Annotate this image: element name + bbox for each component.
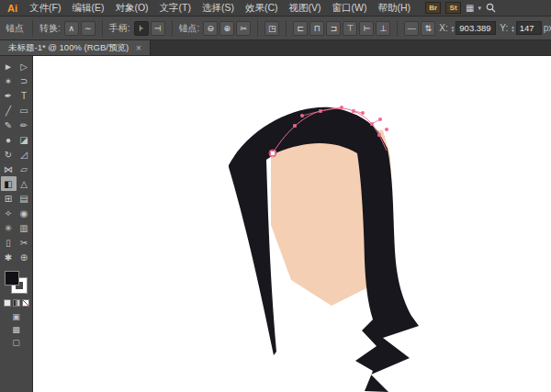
hide-handles-button[interactable]: ⊣ — [151, 21, 165, 36]
stroke-style-button[interactable]: — — [404, 21, 419, 36]
control-group: 手柄:⊦⊣ — [109, 21, 165, 36]
close-icon[interactable]: × — [136, 43, 141, 53]
x-input[interactable]: 903.389 — [455, 21, 496, 35]
menu-item[interactable]: 文字(T) — [154, 2, 197, 15]
anchor-point-selected[interactable] — [271, 151, 276, 156]
fill-swatch[interactable] — [5, 271, 19, 286]
stock-icon[interactable]: St — [445, 2, 461, 14]
control-label: 锚点: — [179, 22, 200, 35]
menu-item[interactable]: 帮助(H) — [373, 2, 417, 15]
menu-item[interactable]: 选择(S) — [197, 2, 240, 15]
symbol-sprayer-tool[interactable]: ✳ — [1, 220, 17, 235]
anchor-point[interactable] — [293, 124, 297, 128]
screen-mode-icon[interactable]: ▢ — [12, 338, 20, 347]
menu-bar: Ai 文件(F)编辑(E)对象(O)文字(T)选择(S)效果(C)视图(V)窗口… — [0, 0, 551, 17]
menu-item[interactable]: 窗口(W) — [327, 2, 373, 15]
control-group: 锚点 — [6, 22, 26, 35]
cut-path-button[interactable]: ✂ — [236, 21, 251, 36]
y-coordinate-field: Y: ▴▾ 147 px — [500, 21, 551, 35]
gradient-button[interactable] — [13, 299, 20, 307]
anchor-point[interactable] — [377, 133, 381, 137]
bridge-icon[interactable]: Br — [425, 2, 441, 14]
app-logo[interactable]: Ai — [4, 3, 24, 14]
separator — [172, 20, 173, 37]
none-button[interactable] — [22, 299, 29, 307]
menu-item[interactable]: 编辑(E) — [66, 2, 109, 15]
gradient-tool[interactable]: ▤ — [17, 191, 32, 206]
anchor-point[interactable] — [319, 109, 322, 113]
fill-stroke-swatches — [5, 271, 28, 295]
unit-label: px — [544, 23, 551, 33]
artboard-tool[interactable]: ▯ — [1, 235, 17, 250]
hand-tool[interactable]: ✱ — [1, 250, 17, 264]
eyedropper-tool[interactable]: ✧ — [1, 206, 17, 220]
perspective-grid-tool[interactable]: △ — [17, 176, 32, 191]
convert-to-smooth-button[interactable]: ∼ — [81, 21, 96, 36]
rotate-tool[interactable]: ↻ — [1, 147, 17, 162]
x-stepper[interactable]: ▴▾ — [452, 25, 455, 32]
bezier-handle-dot[interactable] — [300, 114, 304, 118]
bezier-handle-dot[interactable] — [385, 128, 388, 131]
align-top-button[interactable]: ⊤ — [343, 21, 357, 36]
remove-anchor-button[interactable]: ⊖ — [203, 21, 218, 36]
pen-tool[interactable]: ✒ — [1, 88, 17, 103]
rectangle-tool[interactable]: ▭ — [17, 103, 32, 118]
shape-builder-tool[interactable]: ◧ — [1, 176, 17, 191]
color-button[interactable] — [4, 299, 11, 307]
constrain-proportions-button[interactable]: ⇅ — [421, 21, 435, 36]
document-title: 未标题-1* @ 100% (RGB/预览) — [8, 42, 129, 54]
draw-behind-icon[interactable]: ▩ — [12, 325, 20, 334]
bezier-handle-dot[interactable] — [340, 106, 343, 109]
scale-tool[interactable]: ◿ — [17, 147, 32, 162]
anchor-point[interactable] — [352, 109, 355, 113]
column-graph-tool[interactable]: ▥ — [17, 220, 32, 235]
blob-brush-tool[interactable]: ● — [1, 132, 17, 147]
document-tab-bar: 未标题-1* @ 100% (RGB/预览) × — [0, 40, 551, 56]
control-group: ◳ — [264, 21, 279, 36]
document-tab[interactable]: 未标题-1* @ 100% (RGB/预览) × — [0, 40, 151, 55]
convert-to-corner-button[interactable]: ∧ — [64, 21, 79, 36]
bezier-handle-dot[interactable] — [361, 111, 365, 115]
menu-item[interactable]: 视图(V) — [284, 2, 327, 15]
anchor-point[interactable] — [370, 122, 374, 126]
align-v-center-button[interactable]: ⊢ — [359, 21, 374, 36]
draw-normal-icon[interactable]: ▣ — [12, 312, 20, 321]
x-coordinate-field: X: ▴▾ 903.389 — [439, 21, 496, 35]
chevron-down-icon[interactable]: ▾ — [478, 5, 482, 12]
selection-tool[interactable]: ► — [1, 59, 17, 73]
add-anchor-button[interactable]: ⊕ — [219, 21, 234, 36]
direct-selection-tool[interactable]: ▷ — [17, 59, 32, 73]
paintbrush-tool[interactable]: ✎ — [1, 118, 17, 132]
line-segment-tool[interactable]: ╱ — [1, 103, 17, 118]
control-bar: 锚点转换:∧∼手柄:⊦⊣锚点:⊖⊕✂◳⊏⊓⊐⊤⊢⊥—⇅ X: ▴▾ 903.38… — [0, 17, 551, 40]
lasso-tool[interactable]: ⊃ — [17, 73, 32, 88]
bezier-handle-dot[interactable] — [378, 118, 382, 121]
zoom-tool[interactable]: ⊕ — [17, 250, 32, 264]
y-input[interactable]: 147 — [516, 21, 542, 35]
slice-tool[interactable]: ✂ — [17, 235, 32, 250]
width-tool[interactable]: ⋈ — [1, 162, 17, 176]
type-tool[interactable]: T — [17, 88, 32, 103]
control-label: 转换: — [39, 22, 61, 35]
menu-item[interactable]: 效果(C) — [240, 2, 284, 15]
menu-item[interactable]: 对象(O) — [109, 2, 153, 15]
blend-tool[interactable]: ◉ — [17, 206, 32, 220]
pencil-tool[interactable]: ✏ — [17, 118, 32, 132]
eraser-tool[interactable]: ◪ — [17, 132, 32, 147]
x-label: X: — [439, 23, 447, 33]
canvas[interactable] — [33, 56, 551, 392]
separator — [102, 20, 103, 37]
search-icon[interactable] — [486, 3, 496, 13]
workspace-switcher-icon[interactable]: ▦ — [466, 3, 473, 13]
align-bottom-button[interactable]: ⊥ — [376, 21, 390, 36]
isolate-selection-button[interactable]: ◳ — [264, 21, 279, 36]
free-transform-tool[interactable]: ▱ — [17, 162, 32, 176]
align-right-button[interactable]: ⊐ — [326, 21, 341, 36]
align-h-center-button[interactable]: ⊓ — [309, 21, 324, 36]
magic-wand-tool[interactable]: ✶ — [1, 73, 17, 88]
y-stepper[interactable]: ▴▾ — [512, 25, 514, 32]
mesh-tool[interactable]: ⊞ — [1, 191, 17, 206]
align-left-button[interactable]: ⊏ — [293, 21, 308, 36]
menu-item[interactable]: 文件(F) — [24, 2, 66, 15]
show-handles-button[interactable]: ⊦ — [134, 21, 149, 36]
